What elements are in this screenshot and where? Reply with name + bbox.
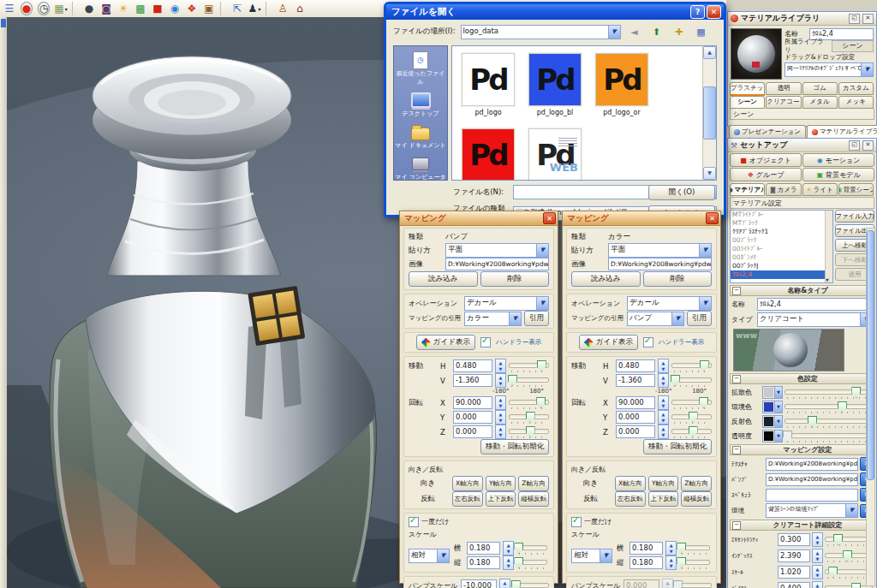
dialog-titlebar[interactable]: ファイルを開く ? ✕ [386, 4, 724, 20]
slider-thumb[interactable] [536, 397, 546, 408]
tab-plastic[interactable]: プラスチック [730, 82, 765, 96]
move-h-slider[interactable] [671, 359, 712, 372]
slider-thumb[interactable] [671, 375, 680, 386]
rotate-z-value[interactable]: 0.000 [616, 425, 655, 438]
material-sphere-icon[interactable]: ● [19, 2, 34, 15]
ref-apply-button[interactable]: 引用 [524, 311, 549, 326]
slider-thumb[interactable] [514, 557, 523, 568]
rotate-x-value[interactable]: 90.000 [616, 396, 655, 409]
slider-thumb[interactable] [851, 583, 861, 588]
slider-thumb[interactable] [843, 550, 852, 561]
ambient-slider[interactable] [785, 401, 873, 413]
slider-thumb[interactable] [828, 567, 838, 578]
chevron-down-icon[interactable] [509, 312, 521, 325]
flip-both-button[interactable]: 縦横反転 [518, 491, 549, 507]
guide-show-button[interactable]: ガイド表示 [416, 335, 475, 350]
chevron-down-icon[interactable] [536, 297, 548, 310]
scale-spinner[interactable] [812, 565, 823, 579]
diffuse-slider[interactable] [785, 386, 873, 399]
list-scrollbar[interactable] [825, 211, 832, 282]
slider-thumb[interactable] [838, 401, 847, 413]
list-item[interactable]: 00ﾗｲﾄﾌﾞﾙｰ [731, 245, 832, 253]
diffuse-color-swatch[interactable]: ▼ [762, 386, 783, 399]
move-v-slider[interactable] [671, 374, 712, 387]
material-preview[interactable] [731, 28, 782, 80]
tab-background-scene[interactable]: ▣背景シーン [838, 183, 874, 196]
mapping-ref-combo[interactable]: カラー [464, 312, 522, 326]
bias-value[interactable]: 0.400 [778, 582, 810, 588]
chevron-down-icon[interactable] [699, 297, 711, 310]
object-cube-icon[interactable]: ■ [150, 2, 165, 15]
list-item[interactable]: MTﾌﾞﾗｯｸ [731, 219, 832, 228]
rotate-z-slider[interactable] [509, 425, 549, 438]
list-item[interactable]: 00ﾌﾞﾗｯｸJ [731, 262, 832, 270]
move-v-slider[interactable] [509, 374, 549, 387]
dialog-titlebar[interactable]: マッピング ✕ [563, 211, 720, 226]
clock-icon[interactable]: ◷ [36, 2, 51, 15]
rotate-z-slider[interactable] [671, 425, 712, 438]
tab-motion[interactable]: ◉モーション [802, 153, 874, 167]
tab-object[interactable]: ■オブジェクト [730, 153, 802, 167]
x-axis-dir-button[interactable]: X軸方向 [452, 476, 483, 491]
views-icon[interactable]: ▦ [693, 24, 710, 39]
tab-rubber[interactable]: ゴム [802, 82, 838, 95]
scale-mode-combo[interactable]: 相対 [409, 549, 450, 563]
rotate-x-slider[interactable] [671, 396, 712, 409]
tab-metal[interactable]: メタル [802, 96, 838, 109]
rotate-z-spinner[interactable] [658, 425, 669, 439]
slider-thumb[interactable] [526, 412, 535, 423]
tab-transparent[interactable]: 透明 [766, 82, 801, 95]
place-my-computer[interactable]: マイ コンピュータ [395, 155, 446, 181]
panel-scrollbar[interactable] [866, 228, 875, 586]
y-axis-dir-button[interactable]: Y軸方向 [648, 476, 679, 491]
rotate-y-spinner[interactable] [658, 410, 669, 425]
collapse-icon[interactable]: − [732, 287, 741, 295]
list-item-selected[interactable]: ｸﾛﾑ2,4 [731, 270, 832, 279]
paste-combo[interactable]: 平面 [608, 243, 712, 258]
list-item[interactable]: 00ﾌﾞﾗｯｸ [731, 236, 832, 245]
material-name-field[interactable]: ｸﾛﾑ2,4 [757, 298, 873, 311]
flip-horizontal-button[interactable]: 左右反転 [452, 491, 483, 507]
up-folder-icon[interactable]: ⬆ [648, 24, 665, 39]
chevron-down-icon[interactable] [600, 549, 612, 562]
z-axis-dir-button[interactable]: Z軸方向 [518, 476, 549, 491]
collapse-icon[interactable]: − [732, 446, 741, 454]
figure-light-icon[interactable]: ♙ [275, 2, 290, 15]
image-path-field[interactable]: D:¥Working¥2008working¥pdweb¥pdr [608, 258, 712, 270]
rotate-y-slider[interactable] [671, 411, 712, 424]
collapse-icon[interactable]: − [732, 521, 741, 530]
scale-h-slider[interactable] [679, 556, 710, 569]
file-item[interactable]: Pd WEB [528, 128, 582, 181]
dialog-titlebar[interactable]: マッピング ✕ [400, 211, 558, 226]
rotate-y-value[interactable]: 0.000 [453, 411, 492, 424]
place-desktop[interactable]: デスクトップ [395, 92, 446, 118]
delete-button[interactable]: 削除 [480, 271, 550, 287]
operation-combo[interactable]: デカール [464, 296, 549, 311]
move-v-spinner[interactable] [495, 373, 506, 388]
slider-thumb[interactable] [677, 557, 686, 568]
load-button[interactable]: 読み込み [571, 271, 641, 287]
once-only-checkbox[interactable] [409, 517, 419, 527]
slider-thumb[interactable] [537, 360, 546, 371]
scale-h-slider[interactable] [516, 556, 547, 569]
flip-both-button[interactable]: 縦横反転 [681, 491, 712, 507]
delete-button[interactable]: 削除 [643, 271, 713, 287]
image-menu-icon[interactable]: ▦▾ [53, 2, 69, 15]
reflection-slider[interactable] [785, 415, 873, 428]
file-list-scrollbar[interactable]: ▲ ▼ [702, 46, 716, 180]
rotate-x-slider[interactable] [509, 396, 549, 409]
tab-presentation[interactable]: プレゼンテーション [729, 125, 806, 138]
building-icon[interactable]: ⌂ [292, 2, 307, 15]
chevron-down-icon[interactable] [845, 504, 857, 517]
handler-show-checkbox[interactable] [643, 337, 653, 347]
color-settings-header[interactable]: −色設定 [730, 373, 874, 384]
file-item[interactable]: Pd pd_logo_or [594, 53, 649, 116]
tab-plating[interactable]: メッキ [838, 96, 874, 109]
scale-w-spinner[interactable] [503, 541, 514, 555]
group-spheres-icon[interactable]: ❖ [184, 2, 200, 15]
collapse-icon[interactable]: − [732, 375, 741, 383]
scale-w-slider[interactable] [516, 542, 547, 555]
bias-spinner[interactable] [812, 581, 823, 588]
move-h-value[interactable]: 0.480 [616, 359, 655, 372]
panel-grip[interactable] [1, 19, 6, 27]
